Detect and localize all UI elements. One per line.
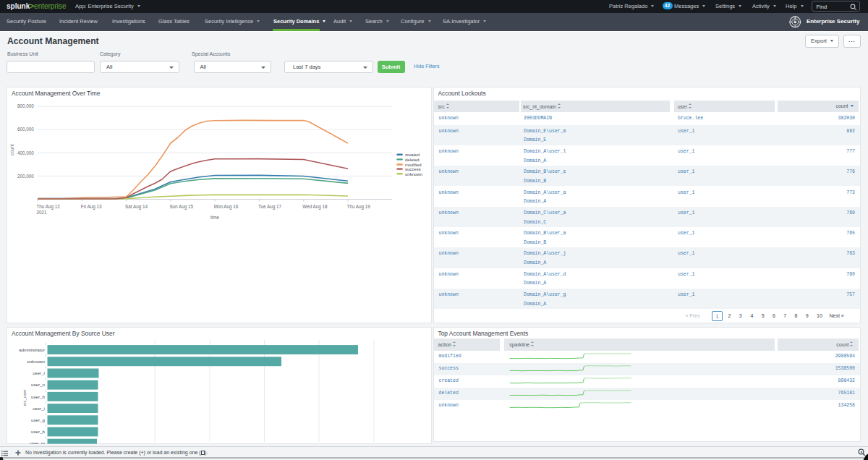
svg-text:user_b: user_b xyxy=(31,429,45,434)
svg-text:unknown: unknown xyxy=(405,172,422,176)
svg-text:Sun Aug 15: Sun Aug 15 xyxy=(169,204,193,210)
svg-text:user_g: user_g xyxy=(31,417,45,422)
svg-text:400,000: 400,000 xyxy=(17,150,34,156)
svg-text:user_i: user_i xyxy=(33,406,45,411)
svg-text:src_user: src_user xyxy=(22,389,27,406)
svg-text:Thu Aug 19: Thu Aug 19 xyxy=(347,204,371,210)
svg-text:200,000: 200,000 xyxy=(17,174,34,179)
svg-text:2021: 2021 xyxy=(37,210,48,215)
svg-text:deleted: deleted xyxy=(405,158,420,162)
svg-text:created: created xyxy=(405,153,420,157)
svg-text:unknown: unknown xyxy=(27,359,45,364)
svg-text:Tue Aug 17: Tue Aug 17 xyxy=(258,204,281,210)
svg-text:modified: modified xyxy=(405,163,422,167)
svg-text:success: success xyxy=(405,167,421,171)
svg-text:count: count xyxy=(9,144,14,156)
svg-text:user_l: user_l xyxy=(33,370,45,375)
svg-text:Wed Aug 18: Wed Aug 18 xyxy=(302,204,328,210)
svg-text:administrator: administrator xyxy=(19,347,45,352)
svg-text:600,000: 600,000 xyxy=(17,127,34,132)
svg-text:user_n: user_n xyxy=(31,382,45,387)
svg-text:Fri Aug 13: Fri Aug 13 xyxy=(81,204,102,210)
svg-text:800,000: 800,000 xyxy=(17,103,34,108)
svg-text:Mon Aug 16: Mon Aug 16 xyxy=(214,204,239,210)
svg-text:user_m: user_m xyxy=(30,440,45,444)
svg-text:user_h: user_h xyxy=(31,394,45,399)
svg-text:Sat Aug 14: Sat Aug 14 xyxy=(125,204,148,210)
svg-text:time: time xyxy=(210,215,219,220)
